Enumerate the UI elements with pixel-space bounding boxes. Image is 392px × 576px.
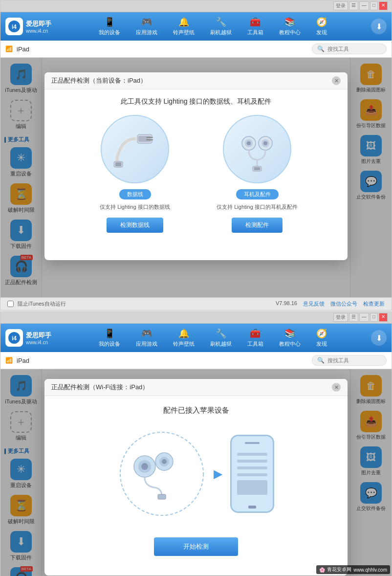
- modal-subtitle-1: 此工具仅支持 Lighting 接口的数据线、耳机及配件: [54, 97, 338, 106]
- max-btn[interactable]: □: [370, 1, 378, 10]
- feedback-link-1[interactable]: 意见反馈: [303, 300, 325, 308]
- itunes-block-checkbox-1[interactable]: [7, 301, 14, 307]
- start-detect-btn[interactable]: 开始检测: [154, 537, 238, 556]
- search-input-1[interactable]: [327, 46, 381, 52]
- phone-line-2: [237, 460, 267, 463]
- nav-apps[interactable]: 🎮 应用游戏: [128, 14, 165, 39]
- watermark-icon: 🌸: [319, 567, 325, 573]
- nav-device-2[interactable]: 📱 我的设备: [91, 325, 128, 351]
- max-btn-2[interactable]: □: [370, 313, 378, 322]
- nav-ringtone-label: 铃声壁纸: [173, 29, 195, 36]
- modal-item-earphone: 耳机及配件 仅支持 Lighting 接口的耳机及配件 检测配件: [203, 115, 311, 233]
- cable-desc: 仅支持 Lighting 接口的数据线: [100, 203, 170, 211]
- modal-body-2: 配件已接入苹果设备: [44, 396, 348, 566]
- main-content-2: 🎵 iTunes及驱动 ＋ 编辑 更多工具 ✳ 重启设备 ⏳ 破解时间限 ⬇ 下…: [0, 369, 392, 576]
- logo-text-2: 爱思即手 www.i4.cn: [26, 331, 51, 345]
- earphone-label: 耳机及配件: [236, 189, 279, 199]
- ringtone-icon-2: 🔔: [178, 328, 189, 339]
- nav-jailbreak-label: 刷机越狱: [210, 29, 232, 36]
- detect-accessory-btn[interactable]: 检测配件: [232, 218, 283, 233]
- modal-1: 正品配件检测（当前设备：iPad） ✕ 此工具仅支持 Lighting 接口的数…: [44, 72, 348, 260]
- modal-close-1[interactable]: ✕: [332, 76, 341, 85]
- toolbar-2: 📶 iPad 🔍: [0, 352, 392, 369]
- earphone-circle: [223, 115, 291, 183]
- nav-discover-label: 发现: [316, 29, 327, 36]
- search-box-2[interactable]: 🔍: [312, 355, 387, 366]
- update-link-1[interactable]: 检查更新: [363, 300, 385, 308]
- search-input-2[interactable]: [327, 357, 381, 363]
- nav-device[interactable]: 📱 我的设备: [91, 14, 128, 39]
- view-btn-2[interactable]: ☰: [349, 313, 358, 322]
- nav-device-label: 我的设备: [99, 29, 120, 36]
- window-2: 登录 ☰ — □ ✕ i4 爱思即手 www.i4.cn 📱 我的设备: [0, 311, 392, 576]
- modal-header-1: 正品配件检测（当前设备：iPad） ✕: [44, 72, 348, 89]
- tutorial-icon: 📚: [284, 17, 295, 27]
- download-button[interactable]: ⬇: [371, 19, 387, 34]
- app-logo: i4 爱思即手 www.i4.cn: [5, 18, 54, 35]
- download-button-2[interactable]: ⬇: [371, 330, 387, 346]
- modal-title-2: 正品配件检测（Wi-Fi连接：iPad）: [51, 383, 149, 392]
- window-controls-1: 登录 ☰ — □ ✕: [333, 1, 388, 10]
- svg-rect-16: [254, 167, 260, 170]
- title-bar-2: 登录 ☰ — □ ✕: [0, 312, 392, 324]
- nav-tools[interactable]: 🧰 工具箱: [240, 14, 271, 39]
- wechat-link-1[interactable]: 微信公众号: [330, 300, 357, 308]
- title-bar-1: 登录 ☰ — □ ✕: [0, 0, 392, 12]
- search-icon-2: 🔍: [317, 357, 325, 364]
- nav-tutorial-2[interactable]: 📚 教程中心: [271, 325, 308, 351]
- nav-tools-2[interactable]: 🧰 工具箱: [240, 325, 271, 351]
- nav-bar-2: 📱 我的设备 🎮 应用游戏 🔔 铃声壁纸 🔧 刷机越狱 🧰 工具箱 📚: [59, 325, 366, 351]
- window-controls-2: 登录 ☰ — □ ✕: [333, 313, 388, 322]
- version-1: V7.98.16: [276, 300, 297, 308]
- login-btn[interactable]: 登录: [333, 1, 348, 10]
- nav-jailbreak-2[interactable]: 🔧 刷机越狱: [202, 325, 240, 351]
- logo-url: www.i4.cn: [26, 28, 51, 34]
- modal-2: 正品配件检测（Wi-Fi连接：iPad） ✕ 配件已接入苹果设备: [44, 379, 348, 576]
- phone-block: [237, 480, 267, 495]
- discover-icon: 🧭: [316, 17, 327, 27]
- svg-point-13: [263, 141, 267, 145]
- jailbreak-icon: 🔧: [216, 17, 226, 27]
- wifi-icon-1: 📶: [5, 45, 13, 52]
- earphone-desc: 仅支持 Lighting 接口的耳机及配件: [217, 203, 298, 211]
- ringtone-icon: 🔔: [178, 17, 189, 27]
- status-right-1: V7.98.16 意见反馈 微信公众号 检查更新: [276, 300, 385, 308]
- detect-cable-btn[interactable]: 检测数据线: [107, 218, 163, 233]
- nav-tutorial[interactable]: 📚 教程中心: [271, 14, 308, 39]
- nav-discover-2[interactable]: 🧭 发现: [308, 325, 335, 351]
- svg-rect-5: [146, 137, 153, 138]
- search-box-1[interactable]: 🔍: [312, 44, 387, 54]
- device-icon-2: 📱: [104, 328, 115, 339]
- nav-ringtone-2[interactable]: 🔔 铃声壁纸: [165, 325, 202, 351]
- modal-subtitle-2: 配件已接入苹果设备: [54, 406, 338, 415]
- nav-tutorial-label: 教程中心: [279, 29, 301, 36]
- phone-speaker: [245, 442, 260, 444]
- nav-ringtone-label-2: 铃声壁纸: [173, 340, 195, 348]
- nav-apps-2[interactable]: 🎮 应用游戏: [128, 325, 165, 351]
- jailbreak-icon-2: 🔧: [216, 328, 226, 339]
- close-btn[interactable]: ✕: [379, 1, 388, 10]
- modal-items-1: 数据线 仅支持 Lighting 接口的数据线 检测数据线: [54, 115, 338, 233]
- svg-rect-26: [158, 494, 166, 499]
- min-btn-2[interactable]: —: [359, 313, 369, 322]
- nav-jailbreak-label-2: 刷机越狱: [210, 340, 232, 348]
- modal-header-2: 正品配件检测（Wi-Fi连接：iPad） ✕: [44, 379, 348, 396]
- phone-line-1: [237, 453, 267, 456]
- nav-ringtone[interactable]: 🔔 铃声壁纸: [165, 14, 202, 39]
- app-header-1: i4 爱思即手 www.i4.cn 📱 我的设备 🎮 应用游戏 🔔 铃声壁纸: [0, 12, 392, 41]
- cable-label: 数据线: [119, 189, 151, 199]
- apps-icon: 🎮: [141, 17, 152, 27]
- nav-jailbreak[interactable]: 🔧 刷机越狱: [202, 14, 240, 39]
- phone-line-4: [237, 473, 267, 476]
- close-btn-2[interactable]: ✕: [379, 313, 388, 322]
- min-btn[interactable]: —: [359, 1, 369, 10]
- wifi-icon-2: 📶: [5, 357, 13, 364]
- toolbar-1: 📶 iPad 🔍: [0, 41, 392, 58]
- nav-device-label-2: 我的设备: [99, 340, 120, 348]
- view-btn[interactable]: ☰: [349, 1, 358, 10]
- nav-discover[interactable]: 🧭 发现: [308, 14, 335, 39]
- svg-text:i4: i4: [12, 23, 17, 30]
- login-btn-2[interactable]: 登录: [333, 313, 348, 322]
- status-bar-1: 阻止iTunes自动运行 V7.98.16 意见反馈 微信公众号 检查更新: [0, 297, 392, 310]
- modal-close-2[interactable]: ✕: [332, 383, 341, 392]
